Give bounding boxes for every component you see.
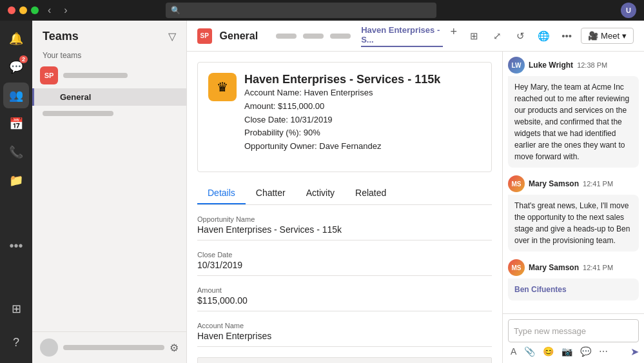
account-name-detail: Account Name: Haven Enterprises	[244, 86, 440, 100]
msg-header-3: MS Mary Samson 12:41 PM	[508, 259, 639, 276]
add-tab-button[interactable]: +	[451, 25, 458, 47]
bell-icon: 🔔	[9, 32, 23, 46]
global-search-bar[interactable]: 🔍	[166, 3, 436, 18]
chat-input-toolbar: A 📎 😊 📷 💬 ⋯ ➤	[508, 345, 639, 358]
maximize-button[interactable]	[31, 6, 39, 14]
nav-item-help[interactable]: ?	[3, 329, 29, 355]
more-apps-button[interactable]: •••	[4, 233, 28, 259]
settings-icon[interactable]: ⚙	[170, 342, 179, 354]
field-opportunity-name: Opportunity Name Haven Enterprises - Ser…	[197, 215, 492, 240]
tab-chatter[interactable]: Chatter	[246, 182, 296, 204]
user-avatar[interactable]: U	[621, 3, 636, 18]
opportunity-header: ♛ Haven Enterprises - Services - 115k Ac…	[208, 73, 481, 153]
content-area: SP General Haven Enterprises - S... + ⊞ …	[187, 21, 644, 363]
opportunity-info-section: Opportunity Information	[197, 357, 492, 363]
avatar-initials-ms-1: MS	[508, 175, 525, 192]
app-body: 🔔 💬 2 👥 📅 📞 📁 ••• ⊞ ? Te	[0, 21, 644, 363]
avatar-initials-ms-2: MS	[508, 259, 525, 276]
field-label-account-name: Account Name	[197, 322, 492, 329]
expand-button[interactable]: ⤢	[488, 27, 506, 45]
nav-item-chat[interactable]: 💬 2	[3, 54, 29, 80]
opportunity-title: Haven Enterprises - Services - 115k	[244, 73, 440, 86]
format-text-icon[interactable]: A	[508, 345, 519, 358]
search-icon: 🔍	[171, 6, 181, 15]
globe-button[interactable]: 🌐	[534, 27, 552, 45]
msg-bubble-3: Ben Cifuentes	[508, 279, 639, 300]
gif-icon[interactable]: 📷	[559, 345, 575, 358]
more-button[interactable]: •••	[558, 27, 576, 45]
details-content: Opportunity Name Haven Enterprises - Ser…	[187, 215, 502, 363]
field-label-amount: Amount	[197, 286, 492, 294]
msg-sender-1: Luke Wright	[529, 61, 573, 70]
field-close-date: Close Date 10/31/2019	[197, 251, 492, 276]
nav-item-files[interactable]: 📁	[3, 168, 29, 193]
teams-sidebar: Teams ▽ Your teams SP ••• General ⚙	[32, 21, 187, 363]
nav-item-calls[interactable]: 📞	[3, 139, 29, 165]
mention-ben[interactable]: Ben Cifuentes	[514, 285, 567, 294]
active-tab[interactable]: Haven Enterprises - S...	[361, 25, 442, 47]
amount-detail: Amount: $115,000.00	[244, 100, 440, 113]
avatar-luke-wright: LW	[508, 57, 525, 74]
channel-header: SP General Haven Enterprises - S... + ⊞ …	[187, 21, 644, 52]
sticker-icon[interactable]: 💬	[578, 345, 594, 358]
chat-messages: LW Luke Wright 12:38 PM Hey Mary, the te…	[503, 52, 644, 313]
footer-user-avatar	[40, 338, 58, 357]
nav-item-calendar[interactable]: 📅	[3, 111, 29, 137]
opportunity-card: ♛ Haven Enterprises - Services - 115k Ac…	[197, 62, 492, 172]
files-icon: 📁	[9, 173, 23, 188]
send-button[interactable]: ➤	[630, 346, 639, 358]
tab-placeholder-3	[330, 34, 351, 39]
more-toolbar-icon[interactable]: ⋯	[596, 345, 610, 358]
msg-sender-2: Mary Samson	[529, 179, 579, 188]
opportunity-info: Haven Enterprises - Services - 115k Acco…	[244, 73, 440, 153]
msg-bubble-2: That's great news, Luke, I'll move the o…	[508, 195, 639, 251]
message-group-1: LW Luke Wright 12:38 PM Hey Mary, the te…	[508, 57, 639, 168]
refresh-button[interactable]: ↺	[511, 27, 529, 45]
channel-name: General	[60, 92, 91, 102]
field-value-account-name: Haven Enterprises	[197, 331, 492, 347]
minimize-button[interactable]	[19, 6, 27, 14]
close-button[interactable]	[8, 6, 15, 14]
nav-item-apps[interactable]: ⊞	[3, 296, 29, 322]
nav-item-teams[interactable]: 👥	[3, 83, 29, 108]
channel-name-header: General	[220, 30, 259, 42]
title-bar: ‹ › 🔍 U	[0, 0, 644, 21]
team-name-bar	[63, 73, 128, 78]
msg-header-2: MS Mary Samson 12:41 PM	[508, 175, 639, 192]
team-avatar: SP	[40, 66, 58, 84]
attach-icon[interactable]: 📎	[522, 345, 538, 358]
chat-input-box[interactable]: Type new message	[508, 319, 639, 342]
chat-panel: LW Luke Wright 12:38 PM Hey Mary, the te…	[502, 52, 644, 363]
window-controls	[8, 6, 39, 14]
field-label-opp-name: Opportunity Name	[197, 215, 492, 223]
sidebar-title: Teams	[43, 30, 79, 43]
field-amount: Amount $115,000.00	[197, 286, 492, 311]
team-avatar-initials: SP	[44, 72, 54, 79]
meet-button[interactable]: 🎥 Meet ▾	[581, 28, 634, 44]
msg-bubble-1: Hey Mary, the team at Acme Inc reached o…	[508, 76, 639, 168]
filter-icon[interactable]: ▽	[168, 30, 176, 43]
tab-related[interactable]: Related	[345, 182, 396, 204]
tab-details[interactable]: Details	[197, 182, 246, 204]
tab-content-salesforce: ♛ Haven Enterprises - Services - 115k Ac…	[187, 52, 502, 363]
opportunity-details: Account Name: Haven Enterprises Amount: …	[244, 86, 440, 153]
tab-placeholder-1	[276, 34, 297, 39]
teams-icon: 👥	[9, 88, 23, 103]
tab-activity[interactable]: Activity	[296, 182, 345, 204]
team-item-sp[interactable]: SP •••	[32, 63, 186, 88]
owner-detail: Opportunity Owner: Dave Fernandez	[244, 140, 440, 153]
split-content: ♛ Haven Enterprises - Services - 115k Ac…	[187, 52, 644, 363]
msg-time-3: 12:41 PM	[583, 264, 613, 271]
chat-input-area: Type new message A 📎 😊 📷 💬 ⋯ ➤	[503, 313, 644, 363]
channel-item-general[interactable]: General	[32, 88, 186, 106]
avatar-mary-samson-1: MS	[508, 175, 525, 192]
calendar-icon: 📅	[9, 117, 23, 131]
grid-view-button[interactable]: ⊞	[465, 27, 483, 45]
forward-button[interactable]: ›	[60, 3, 71, 17]
back-button[interactable]: ‹	[44, 3, 55, 17]
avatar-mary-samson-2: MS	[508, 259, 525, 276]
message-group-2: MS Mary Samson 12:41 PM That's great new…	[508, 175, 639, 251]
emoji-icon[interactable]: 😊	[540, 345, 556, 358]
nav-item-activity[interactable]: 🔔	[3, 26, 29, 52]
your-teams-label: Your teams	[32, 48, 186, 63]
